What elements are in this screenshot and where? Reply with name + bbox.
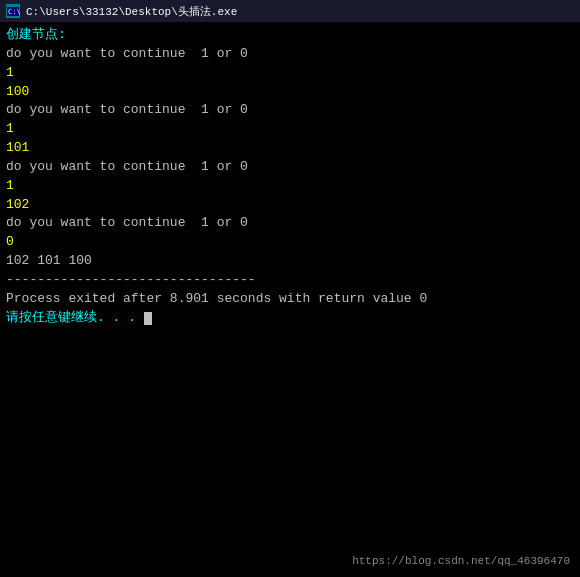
console-line: 101 [6,139,574,158]
title-bar-text: C:\Users\33132\Desktop\头插法.exe [26,4,237,19]
console-line: do you want to continue 1 or 0 [6,214,574,233]
console-line: 创建节点: [6,26,574,45]
console-line: 100 [6,83,574,102]
console-line: 0 [6,233,574,252]
console-line: Process exited after 8.901 seconds with … [6,290,574,309]
console-line: 102 101 100 [6,252,574,271]
terminal-icon: C:\ [6,4,20,18]
console-output: 创建节点:do you want to continue 1 or 01100d… [6,26,574,328]
console-line: do you want to continue 1 or 0 [6,158,574,177]
console-line: 请按任意键继续. . . [6,309,574,328]
console-line: do you want to continue 1 or 0 [6,101,574,120]
title-bar: C:\ C:\Users\33132\Desktop\头插法.exe [0,0,580,22]
console-body: 创建节点:do you want to continue 1 or 01100d… [0,22,580,577]
cursor [144,312,152,325]
terminal-window: C:\ C:\Users\33132\Desktop\头插法.exe 创建节点:… [0,0,580,577]
console-line: 1 [6,64,574,83]
console-line: 102 [6,196,574,215]
watermark: https://blog.csdn.net/qq_46396470 [352,555,570,567]
console-line: -------------------------------- [6,271,574,290]
console-line: do you want to continue 1 or 0 [6,45,574,64]
console-line: 1 [6,120,574,139]
console-line: 1 [6,177,574,196]
svg-text:C:\: C:\ [8,8,20,16]
